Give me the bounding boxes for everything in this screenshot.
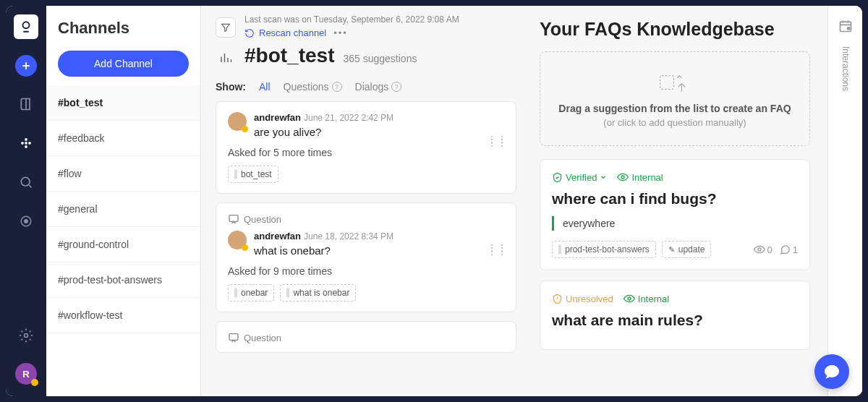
last-scan-text: Last scan was on Tuesday, September 6, 2… — [244, 14, 516, 25]
add-channel-button[interactable]: Add Channel — [58, 51, 189, 77]
asked-count: Asked for 9 more times — [228, 265, 504, 277]
sidebar-title: Channels — [58, 19, 189, 38]
channel-item-workflow-test[interactable]: #workflow-test — [46, 298, 200, 333]
left-rail: R — [6, 6, 46, 396]
faq-card[interactable]: Unresolved Internal what are main rules? — [540, 281, 810, 350]
internal-badge: Internal — [617, 171, 663, 183]
verified-badge[interactable]: Verified — [552, 172, 607, 183]
internal-badge: Internal — [624, 293, 669, 304]
svg-rect-11 — [229, 334, 238, 341]
faq-question: what are main rules? — [552, 312, 798, 329]
suggestions-panel: Last scan was on Tuesday, September 6, 2… — [201, 6, 531, 396]
author-name: andrewfan — [254, 112, 301, 123]
svg-point-15 — [628, 297, 631, 300]
dropzone-text: Drag a suggestion from the list to creat… — [553, 103, 796, 114]
unresolved-badge[interactable]: Unresolved — [552, 294, 613, 304]
dropzone-icon — [553, 69, 796, 95]
suggestion-card[interactable]: Question — [216, 321, 516, 353]
author-name: andrewfan — [254, 231, 301, 241]
asked-count: Asked for 5 more times — [228, 147, 504, 158]
stats-button[interactable] — [216, 48, 236, 68]
filter-dialogs[interactable]: Dialogs? — [355, 81, 402, 93]
user-avatar[interactable]: R — [15, 363, 37, 385]
faq-question: where can i find bugs? — [552, 190, 798, 208]
faq-update-chip[interactable]: update — [662, 241, 712, 258]
filter-button[interactable] — [216, 17, 236, 38]
show-label: Show: — [216, 81, 246, 93]
calendar-icon[interactable] — [838, 19, 853, 33]
channel-item-flow[interactable]: #flow — [46, 156, 200, 192]
channel-item-general[interactable]: #general — [46, 192, 200, 227]
tag-chip[interactable]: onebar — [228, 284, 274, 302]
rescan-link[interactable]: Rescan channel ••• — [244, 27, 516, 38]
svg-point-0 — [23, 22, 30, 28]
faq-answer: everywhere — [552, 216, 798, 231]
browser-icon[interactable] — [14, 210, 38, 233]
channel-item-prod-test[interactable]: #prod-test-bot-answers — [46, 262, 200, 298]
suggestion-count: 365 suggestions — [343, 53, 417, 64]
right-rail: Interactions — [827, 6, 862, 396]
svg-rect-4 — [25, 145, 27, 147]
svg-rect-3 — [28, 142, 30, 144]
comments-stat: 1 — [780, 244, 798, 255]
suggestion-card[interactable]: Question andrewfanJune 18, 2022 8:34 PM … — [216, 202, 516, 312]
author-avatar — [228, 112, 247, 131]
dropzone-subtext: (or click to add question manually) — [553, 117, 796, 128]
svg-rect-10 — [229, 215, 238, 222]
channel-item-bot-test[interactable]: #bot_test — [46, 85, 200, 121]
app-logo-icon[interactable] — [14, 14, 38, 39]
svg-point-8 — [25, 220, 28, 223]
post-timestamp: June 18, 2022 8:34 PM — [304, 231, 393, 241]
drag-handle-icon[interactable]: ⋮⋮⋮⋮ — [487, 138, 507, 144]
rescan-label: Rescan channel — [259, 27, 326, 38]
post-message: are you alive? — [254, 126, 504, 138]
slack-icon[interactable] — [14, 132, 38, 155]
interactions-tab[interactable]: Interactions — [841, 46, 851, 91]
more-icon[interactable]: ••• — [333, 27, 348, 38]
svg-point-9 — [25, 334, 28, 338]
tag-chip[interactable]: bot_test — [228, 166, 278, 183]
svg-point-13 — [621, 176, 624, 179]
faq-channel-chip[interactable]: prod-test-bot-answers — [552, 241, 656, 258]
kb-title: Your FAQs Knowledgebase — [540, 19, 810, 40]
svg-rect-1 — [21, 142, 23, 144]
svg-point-17 — [847, 27, 849, 30]
svg-point-14 — [758, 248, 761, 251]
channel-title: #bot_test — [244, 44, 334, 67]
settings-icon[interactable] — [14, 324, 38, 347]
post-timestamp: June 21, 2022 2:42 PM — [304, 113, 393, 123]
faq-card[interactable]: Verified Internal where can i find bugs?… — [540, 159, 810, 270]
book-icon[interactable] — [14, 93, 38, 116]
channels-sidebar: Channels Add Channel #bot_test #feedback… — [46, 6, 201, 396]
add-icon[interactable] — [15, 55, 37, 77]
channel-item-feedback[interactable]: #feedback — [46, 121, 200, 156]
chat-fab[interactable] — [814, 354, 849, 389]
views-stat: 0 — [754, 244, 773, 255]
filter-all[interactable]: All — [259, 81, 271, 93]
card-type-label: Question — [228, 332, 504, 343]
faq-dropzone[interactable]: Drag a suggestion from the list to creat… — [540, 51, 810, 146]
filter-questions[interactable]: Questions? — [284, 81, 342, 93]
post-message: what is onebar? — [254, 244, 504, 257]
filter-row: Show: All Questions? Dialogs? — [216, 81, 516, 93]
card-type-label: Question — [228, 213, 504, 225]
svg-rect-2 — [25, 138, 27, 140]
search-icon[interactable] — [14, 171, 38, 194]
tag-chip[interactable]: what is onebar — [280, 284, 356, 302]
knowledgebase-panel: Your FAQs Knowledgebase Drag a suggestio… — [531, 6, 827, 396]
author-avatar — [228, 231, 247, 249]
channel-item-ground-control[interactable]: #ground-control — [46, 227, 200, 262]
drag-handle-icon[interactable]: ⋮⋮⋮⋮ — [487, 247, 507, 252]
svg-rect-12 — [660, 76, 674, 90]
svg-point-6 — [21, 177, 30, 186]
suggestion-card[interactable]: andrewfanJune 21, 2022 2:42 PM are you a… — [216, 101, 516, 194]
svg-rect-5 — [25, 142, 27, 144]
